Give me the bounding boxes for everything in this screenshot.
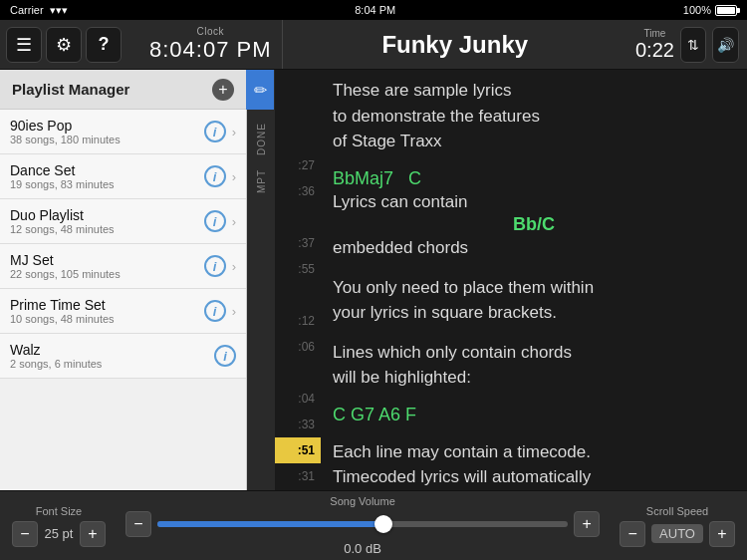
lyrics-block-highlighted: Each line may contain a timecode. Timeco… — [333, 439, 735, 491]
time-value: 0:22 — [635, 39, 674, 62]
tuner-button[interactable]: ⇅ — [680, 27, 707, 63]
scroll-speed-value: AUTO — [651, 524, 703, 543]
volume-slider-thumb[interactable] — [374, 515, 392, 533]
side-tabs: PLAY DONE MPT — [247, 70, 275, 490]
lyrics-line: Lines which only contain chords — [333, 340, 735, 366]
playlist-item[interactable]: MJ Set 22 songs, 105 minutes i › — [0, 244, 246, 289]
lyrics-line: your lyrics in square brackets. — [333, 300, 735, 326]
font-size-control: Font Size − 25 pt + — [12, 505, 106, 547]
status-bar: Carrier ▾▾▾ 8:04 PM 100% — [0, 0, 747, 20]
font-size-label: Font Size — [36, 505, 82, 517]
timecodes-column: :27 :36 :37 :55 :12 :06 :04 :33 :51 :31 — [275, 70, 321, 490]
menu-button[interactable]: ☰ — [6, 27, 42, 63]
done-tab[interactable]: DONE — [254, 117, 269, 161]
lyrics-line: of Stage Traxx — [333, 129, 735, 154]
song-volume-label: Song Volume — [330, 495, 394, 507]
lyrics-line: embedded chords — [333, 235, 735, 261]
timecode: :37 — [275, 230, 321, 256]
bottom-controls: Font Size − 25 pt + Song Volume − + 0.0 … — [0, 490, 747, 560]
lyrics-block: BbMaj7 C Lyrics can contain Bb/C embedde… — [333, 168, 735, 261]
song-volume-value: 0.0 dB — [344, 541, 381, 556]
status-right: 100% — [683, 4, 737, 16]
chord-line: C G7 A6 F — [333, 405, 735, 425]
toolbar-right: Time 0:22 ⇅ 🔊 — [627, 27, 747, 63]
timecode: :12 — [275, 308, 321, 334]
font-size-value: 25 pt — [44, 526, 74, 541]
timecode: :55 — [275, 256, 321, 308]
chevron-right-icon: › — [232, 125, 236, 140]
lyrics-line: These are sample lyrics — [333, 78, 735, 104]
info-button[interactable]: i — [204, 210, 226, 232]
scroll-speed-control: Scroll Speed − AUTO + — [620, 505, 735, 547]
pencil-icon: ✏ — [254, 81, 267, 100]
volume-button[interactable]: 🔊 — [712, 27, 739, 63]
edit-button[interactable]: ✏ — [246, 70, 274, 110]
timecode: :31 — [275, 463, 321, 489]
volume-decrease-button[interactable]: − — [125, 511, 151, 537]
chevron-right-icon: › — [232, 169, 236, 184]
volume-icon: 🔊 — [717, 37, 734, 53]
info-button[interactable]: i — [204, 300, 226, 322]
chevron-right-icon: › — [232, 214, 236, 229]
lyrics-block: Lines which only contain chords will be … — [333, 340, 735, 391]
lyrics-line: Lyrics can contain — [333, 189, 735, 215]
timecode: :33 — [275, 412, 321, 437]
volume-increase-button[interactable]: + — [574, 511, 600, 537]
time-label: Time — [644, 28, 666, 39]
lyrics-wrapper: :27 :36 :37 :55 :12 :06 :04 :33 :51 :31 … — [275, 70, 747, 490]
time-display: Time 0:22 — [635, 28, 674, 62]
info-button[interactable]: i — [204, 255, 226, 277]
timecode: :06 — [275, 334, 321, 386]
info-button[interactable]: i — [204, 165, 226, 187]
help-button[interactable]: ? — [86, 27, 122, 63]
chord-line: BbMaj7 C — [333, 168, 735, 189]
scroll-speed-increase-button[interactable]: + — [709, 521, 735, 547]
chevron-right-icon: › — [232, 304, 236, 319]
status-left: Carrier ▾▾▾ — [10, 4, 68, 17]
volume-slider-track[interactable] — [157, 521, 568, 527]
settings-icon: ⚙ — [56, 34, 72, 56]
clock-label: Clock — [197, 26, 225, 37]
font-size-increase-button[interactable]: + — [80, 521, 106, 547]
settings-button[interactable]: ⚙ — [46, 27, 82, 63]
playlist-panel: Playlist Manager + ✏ 90ies Pop 38 songs,… — [0, 70, 247, 490]
battery-label: 100% — [683, 4, 711, 16]
lyrics-line: Timecoded lyrics will automatically — [333, 464, 735, 490]
toolbar: ☰ ⚙ ? Clock 8:04:07 PM Funky Junky Time … — [0, 20, 747, 70]
volume-slider-fill — [157, 521, 383, 527]
add-playlist-button[interactable]: + — [212, 79, 234, 101]
playlist-item[interactable]: Prime Time Set 10 songs, 48 minutes i › — [0, 289, 246, 334]
song-volume-control: Song Volume − + 0.0 dB — [106, 495, 620, 556]
timecode — [275, 78, 321, 152]
song-title: Funky Junky — [283, 31, 627, 59]
font-size-decrease-button[interactable]: − — [12, 521, 38, 547]
lyrics-block: C G7 A6 F — [333, 405, 735, 425]
scroll-speed-row: − AUTO + — [620, 521, 735, 547]
playlist-item[interactable]: 90ies Pop 38 songs, 180 minutes i › — [0, 110, 246, 154]
playlist-item[interactable]: Dance Set 19 songs, 83 minutes i › — [0, 154, 246, 199]
playlist-item[interactable]: Walz 2 songs, 6 minutes i — [0, 334, 246, 379]
lyrics-line: be highlighted. — [333, 490, 735, 491]
status-time: 8:04 PM — [355, 4, 395, 16]
playlist-title: Playlist Manager — [12, 81, 129, 98]
mpt-tab[interactable]: MPT — [254, 163, 269, 199]
info-button[interactable]: i — [214, 345, 236, 367]
lyrics-block: These are sample lyrics to demonstrate t… — [333, 78, 735, 154]
clock-section: Clock 8:04:07 PM — [139, 20, 283, 69]
scroll-speed-label: Scroll Speed — [646, 505, 708, 517]
tuner-icon: ⇅ — [687, 37, 699, 53]
timecode-highlighted: :51 — [275, 437, 321, 463]
timecode: :27 — [275, 152, 321, 178]
clock-time: 8:04:07 PM — [149, 37, 272, 63]
playlist-item[interactable]: Duo Playlist 12 songs, 48 minutes i › — [0, 199, 246, 244]
lyrics-line: Each line may contain a timecode. — [333, 439, 735, 465]
scroll-speed-decrease-button[interactable]: − — [620, 521, 645, 547]
timecode: :36 — [275, 178, 321, 230]
lyrics-area[interactable]: These are sample lyrics to demonstrate t… — [321, 70, 747, 490]
font-size-row: − 25 pt + — [12, 521, 106, 547]
info-button[interactable]: i — [204, 121, 226, 142]
chevron-right-icon: › — [232, 259, 236, 274]
chord-center: Bb/C — [333, 214, 735, 235]
timecode: :04 — [275, 386, 321, 412]
toolbar-left: ☰ ⚙ ? — [0, 27, 139, 63]
